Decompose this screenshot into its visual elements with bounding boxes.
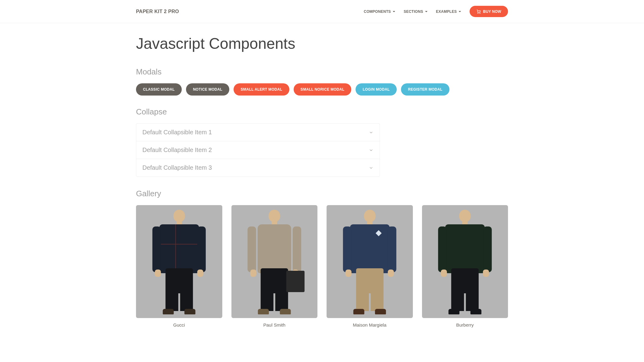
collapse-item-label: Default Collapsible Item 2 <box>142 147 212 154</box>
brand[interactable]: PAPER KIT 2 PRO <box>136 9 179 14</box>
caret-down-icon <box>425 11 428 12</box>
gallery-image[interactable] <box>422 205 508 318</box>
caret-down-icon <box>459 11 461 12</box>
nav-sections-label: SECTIONS <box>404 9 423 14</box>
chevron-down-icon <box>369 148 374 153</box>
svg-point-1 <box>480 13 480 13</box>
gallery-caption: Burberry <box>422 322 508 328</box>
gallery-caption: Gucci <box>136 322 222 328</box>
caret-down-icon <box>393 11 395 12</box>
nav-sections[interactable]: SECTIONS <box>404 9 428 14</box>
nav-examples[interactable]: EXAMPLES <box>436 9 461 14</box>
gallery-item-gucci: Gucci <box>136 205 222 328</box>
nav-components[interactable]: COMPONENTS <box>364 9 395 14</box>
gallery-image[interactable] <box>327 205 413 318</box>
small-alert-modal-button[interactable]: SMALL ALERT MODAL <box>234 83 289 96</box>
gallery: Gucci Paul Smith <box>136 205 508 328</box>
collapse-panel: Default Collapsible Item 1 Default Colla… <box>136 123 380 177</box>
collapse-item-1[interactable]: Default Collapsible Item 1 <box>136 124 380 141</box>
navbar: PAPER KIT 2 PRO COMPONENTS SECTIONS EXAM… <box>0 0 644 23</box>
login-modal-button[interactable]: LOGIN MODAL <box>356 83 397 96</box>
cart-icon <box>476 9 481 14</box>
collapse-item-label: Default Collapsible Item 1 <box>142 129 212 136</box>
gallery-item-paul-smith: Paul Smith <box>231 205 318 328</box>
svg-point-0 <box>478 13 478 13</box>
modals-title: Modals <box>136 67 508 77</box>
nav-examples-label: EXAMPLES <box>436 9 457 14</box>
collapse-item-label: Default Collapsible Item 3 <box>142 164 212 171</box>
gallery-caption: Maison Margiela <box>327 322 413 328</box>
nav-components-label: COMPONENTS <box>364 9 391 14</box>
buy-now-label: BUY NOW <box>483 9 501 14</box>
gallery-item-maison-margiela: Maison Margiela <box>327 205 413 328</box>
collapse-item-2[interactable]: Default Collapsible Item 2 <box>136 141 380 159</box>
buy-now-button[interactable]: BUY NOW <box>470 6 508 17</box>
gallery-image[interactable] <box>231 205 318 318</box>
collapse-title: Collapse <box>136 107 508 117</box>
gallery-image[interactable] <box>136 205 222 318</box>
classic-modal-button[interactable]: CLASSIC MODAL <box>136 83 182 96</box>
page-title: Javascript Components <box>136 35 508 52</box>
modal-buttons: CLASSIC MODAL NOTICE MODAL SMALL ALERT M… <box>136 83 508 96</box>
gallery-title: Gallery <box>136 189 508 198</box>
chevron-down-icon <box>369 130 374 135</box>
register-modal-button[interactable]: REGISTER MODAL <box>401 83 449 96</box>
small-notice-modal-button[interactable]: SMALL NORICE MODAL <box>294 83 352 96</box>
gallery-caption: Paul Smith <box>231 322 318 328</box>
chevron-down-icon <box>369 165 374 170</box>
collapse-item-3[interactable]: Default Collapsible Item 3 <box>136 159 380 176</box>
notice-modal-button[interactable]: NOTICE MODAL <box>186 83 229 96</box>
gallery-item-burberry: Burberry <box>422 205 508 328</box>
